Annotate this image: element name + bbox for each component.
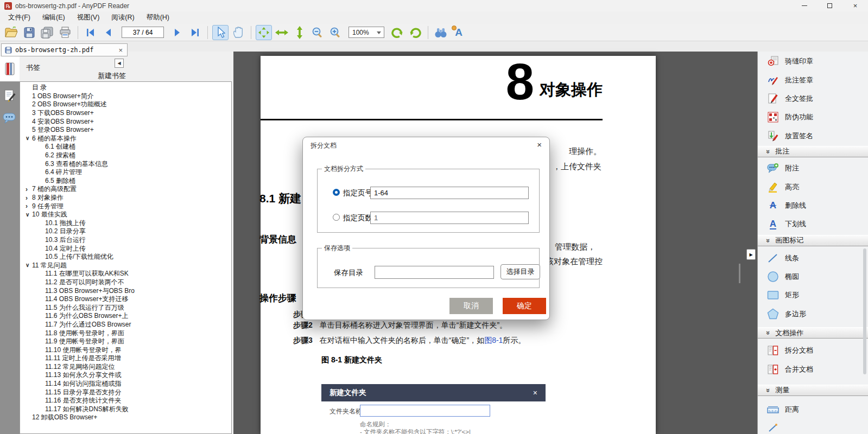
bookmark-tree-item[interactable]: 11.15 目录分享是否支持分	[20, 388, 231, 397]
bookmark-tree-item[interactable]: 4 安装OBS Browser+	[20, 117, 231, 126]
tool-line[interactable]: 线条	[758, 249, 868, 267]
minimize-button[interactable]	[791, 0, 817, 11]
tool-anti-counterfeit[interactable]: 防伪功能	[758, 108, 868, 126]
save-all-button[interactable]	[39, 25, 55, 40]
tool-ellipse[interactable]: 椭圆	[758, 267, 868, 286]
bookmark-tree-item[interactable]: 11.1 在哪里可以获取AK和SK	[20, 270, 231, 278]
section-drawing-markup[interactable]: » 画图标记	[758, 235, 868, 246]
print-button[interactable]	[57, 25, 73, 40]
bookmark-tree-item[interactable]: 10.3 后台运行	[20, 236, 231, 245]
bookmark-tree-item[interactable]: 12 卸载OBS Browser+	[20, 413, 231, 422]
bookmark-tree-item[interactable]: 7 桶的高级配置	[20, 185, 231, 194]
bookmark-tree-item[interactable]: 6.2 搜索桶	[20, 151, 231, 160]
select-tool-button[interactable]	[212, 25, 229, 40]
tool-perimeter-partial[interactable]	[758, 419, 868, 434]
tool-note[interactable]: 附注	[758, 159, 868, 177]
tool-annotation-signature[interactable]: 批注签章	[758, 71, 868, 89]
bookmark-tree-item[interactable]: 6.1 创建桶	[20, 143, 231, 151]
bookmark-tree-item[interactable]: 11.2 是否可以同时装两个不	[20, 278, 231, 287]
section-measure[interactable]: » 测量	[758, 385, 868, 396]
bookmark-tree-item[interactable]: 11.17 如何解决DNS解析失败	[20, 405, 231, 414]
signature-tab-button[interactable]	[0, 84, 20, 107]
figure-link[interactable]: 图8-1	[484, 336, 503, 344]
tool-seal-across-pages[interactable]: 骑缝印章	[758, 52, 868, 71]
tool-distance[interactable]: 距离	[758, 400, 868, 419]
menu-item[interactable]: 文件(F)	[2, 12, 36, 23]
first-page-button[interactable]	[83, 25, 99, 40]
bookmark-tree-item[interactable]: 10.4 定时上传	[20, 244, 231, 253]
bookmark-tree-item[interactable]: 10.1 拖拽上传	[20, 219, 231, 228]
expand-panel-button[interactable]: ▶	[746, 249, 756, 260]
rotate-right-button[interactable]	[407, 25, 423, 40]
bookmark-tree-item[interactable]: 9 任务管理	[20, 202, 231, 210]
bookmark-tree-item[interactable]: 11.4 OBS Browser+支持迁移	[20, 295, 231, 304]
document-tab[interactable]: obs-browsertg-zh.pdf ×	[1, 43, 128, 56]
collapse-panel-button[interactable]: ◀	[115, 59, 124, 68]
close-button[interactable]: ×	[842, 0, 868, 11]
page-numbers-input[interactable]	[370, 187, 529, 199]
bookmark-tree-item[interactable]: 11.5 为什么我运行了百万级	[20, 303, 231, 312]
tool-highlight[interactable]: 高亮	[758, 177, 868, 196]
bookmark-tree-item[interactable]: 11.10 使用帐号登录时，界	[20, 346, 231, 354]
bookmark-tree-item[interactable]: 6.3 查看桶的基本信息	[20, 159, 231, 168]
bookmark-tree-item[interactable]: 10 最佳实践	[20, 210, 231, 219]
bookmark-tree-item[interactable]: 11.8 使用帐号登录时，界面	[20, 329, 231, 337]
bookmark-tree-item[interactable]: 11.14 如何访问指定桶或指	[20, 380, 231, 388]
menu-item[interactable]: 编辑(E)	[36, 12, 71, 23]
comments-tab-button[interactable]	[0, 107, 20, 129]
next-page-button[interactable]	[169, 25, 185, 40]
bookmark-tree-item[interactable]: 3 下载OBS Browser+	[20, 109, 231, 118]
zoom-level-select[interactable]: 100%	[349, 27, 384, 38]
fit-width-button[interactable]	[274, 25, 290, 40]
bookmark-tree-item[interactable]: 5 登录OBS Browser+	[20, 126, 231, 135]
bookmark-tree-item[interactable]: 6 桶的基本操作	[20, 135, 231, 143]
menu-item[interactable]: 阅读(R)	[105, 12, 140, 23]
tool-place-signature[interactable]: 放置签名	[758, 127, 868, 145]
radio-page-count[interactable]	[333, 214, 340, 221]
hand-tool-button[interactable]	[230, 25, 246, 40]
bookmark-tree-item[interactable]: 11.16 是否支持统计文件夹	[20, 397, 231, 405]
tab-close-icon[interactable]: ×	[117, 46, 124, 54]
rotate-left-button[interactable]	[389, 25, 406, 40]
text-appearance-button[interactable]: A	[451, 25, 467, 40]
bookmark-tree-item[interactable]: 目 录	[20, 84, 231, 92]
bookmark-tree-item[interactable]: 11.9 使用帐号登录时，界面	[20, 337, 231, 346]
bookmark-tree-item[interactable]: 6.4 碎片管理	[20, 168, 231, 177]
bookmark-tree-item[interactable]: 6.5 删除桶	[20, 177, 231, 186]
tool-rectangle[interactable]: 矩形	[758, 286, 868, 304]
fit-page-button[interactable]	[256, 25, 272, 40]
bookmark-tree-item[interactable]: 10.2 目录分享	[20, 227, 231, 236]
choose-directory-button[interactable]: 选择目录	[500, 264, 540, 279]
section-document-operations[interactable]: » 文档操作	[758, 327, 868, 339]
tool-merge-document[interactable]: 合并文档	[758, 360, 868, 378]
bookmark-tree-item[interactable]: 1 OBS Browser+简介	[20, 92, 231, 101]
bookmark-tree-item[interactable]: 2 OBS Browser+功能概述	[20, 100, 231, 109]
page-count-input[interactable]	[370, 212, 529, 224]
bookmark-tree-item[interactable]: 11.11 定时上传是否采用增	[20, 354, 231, 363]
radio-page-numbers[interactable]	[333, 189, 340, 196]
last-page-button[interactable]	[187, 25, 203, 40]
page-number-input[interactable]	[122, 27, 164, 38]
bookmark-tree-item[interactable]: 11.6 为什么OBS Browser+上	[20, 312, 231, 321]
dialog-close-icon[interactable]: ×	[537, 140, 542, 149]
fit-height-button[interactable]	[292, 25, 308, 40]
ok-button[interactable]: 确定	[503, 298, 546, 314]
vertical-scrollbar-thumb[interactable]	[739, 264, 740, 283]
tool-split-document[interactable]: 拆分文档	[758, 341, 868, 360]
bookmark-tree-item[interactable]: 11.7 为什么通过OBS Browser	[20, 321, 231, 329]
menu-item[interactable]: 帮助(H)	[141, 12, 175, 23]
section-annotations[interactable]: » 批注	[758, 146, 868, 157]
zoom-in-button[interactable]	[327, 25, 344, 40]
menu-item[interactable]: 视图(V)	[71, 12, 106, 23]
cancel-button[interactable]: 取消	[449, 298, 493, 314]
bookmark-tree-item[interactable]: 11.3 OBS Browser+与OBS Bro	[20, 286, 231, 295]
tool-polygon[interactable]: 多边形	[758, 305, 868, 323]
bookmark-tree-item[interactable]: 11.13 如何永久分享文件或	[20, 371, 231, 380]
save-button[interactable]	[21, 25, 37, 40]
sidebar-scrollbar-thumb[interactable]	[863, 248, 866, 374]
bookmark-tree-item[interactable]: 11.12 常见网络问题定位	[20, 363, 231, 372]
bookmark-tree-item[interactable]: 8 对象操作	[20, 194, 231, 202]
save-directory-input[interactable]	[375, 266, 494, 279]
previous-page-button[interactable]	[100, 25, 117, 40]
bookmarks-tab-button[interactable]	[0, 56, 20, 81]
